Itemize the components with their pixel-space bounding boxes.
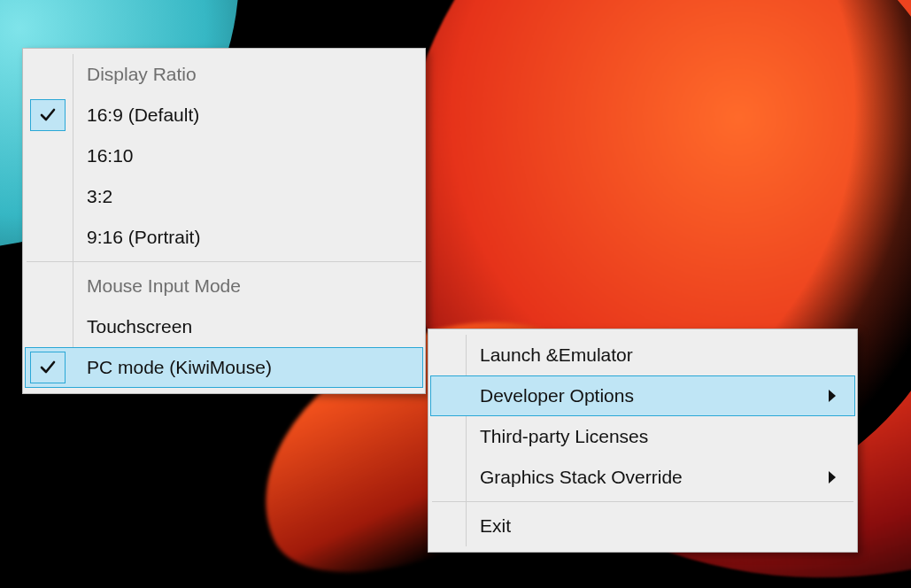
menu-item-launch-emulator[interactable]: Launch &Emulator — [430, 335, 855, 375]
menu-item-pc-mode[interactable]: PC mode (KiwiMouse) — [25, 347, 423, 388]
menu-item-ratio-16-9[interactable]: 16:9 (Default) — [25, 95, 423, 135]
main-context-menu: Launch &Emulator Developer Options Third… — [428, 329, 858, 553]
check-icon — [30, 352, 66, 383]
menu-item-developer-options[interactable]: Developer Options — [430, 375, 855, 416]
section-header-mouse-input: Mouse Input Mode — [25, 266, 423, 306]
menu-item-ratio-9-16[interactable]: 9:16 (Portrait) — [25, 217, 423, 258]
section-header-display-ratio: Display Ratio — [25, 54, 423, 95]
menu-item-ratio-3-2[interactable]: 3:2 — [25, 176, 423, 217]
developer-options-submenu: Display Ratio 16:9 (Default) 16:10 3:2 9… — [22, 48, 426, 394]
menu-item-ratio-16-10[interactable]: 16:10 — [25, 135, 423, 176]
menu-item-exit[interactable]: Exit — [430, 506, 855, 546]
submenu-arrow-icon — [829, 471, 836, 484]
menu-separator — [27, 261, 421, 262]
submenu-arrow-icon — [829, 390, 836, 402]
menu-item-graphics-stack-override[interactable]: Graphics Stack Override — [430, 457, 855, 498]
menu-separator — [432, 501, 853, 502]
menu-item-third-party-licenses[interactable]: Third-party Licenses — [430, 416, 855, 457]
check-icon — [30, 99, 66, 131]
menu-item-touchscreen[interactable]: Touchscreen — [25, 306, 423, 347]
